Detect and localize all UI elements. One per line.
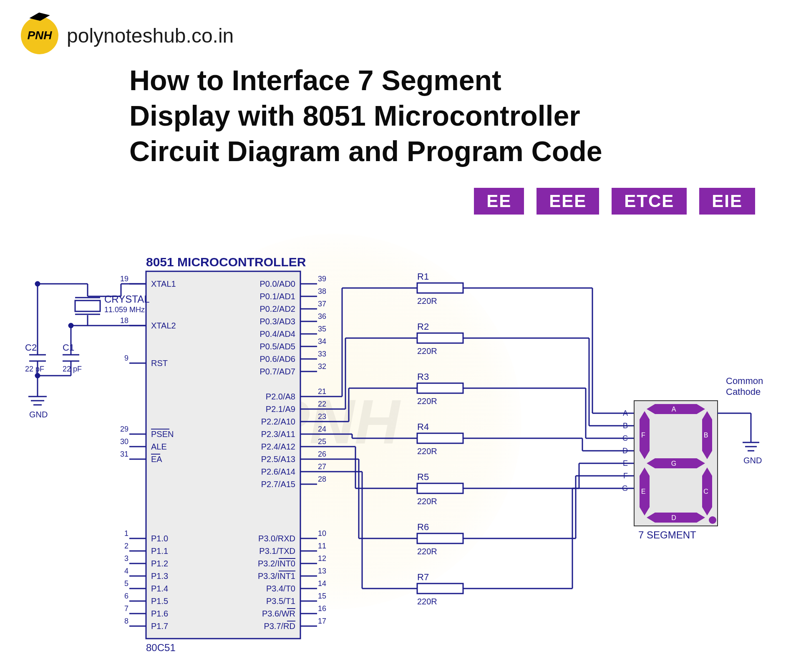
- svg-text:P2.5/A13: P2.5/A13: [261, 455, 295, 464]
- svg-rect-204: [417, 584, 463, 594]
- svg-text:A: A: [672, 406, 676, 413]
- svg-text:F: F: [623, 472, 628, 480]
- svg-text:G: G: [671, 460, 676, 467]
- svg-text:36: 36: [318, 312, 326, 321]
- svg-rect-150: [417, 283, 463, 293]
- cap-icon: [29, 11, 50, 23]
- svg-text:22: 22: [318, 400, 326, 408]
- svg-text:5: 5: [124, 579, 128, 588]
- svg-text:EA: EA: [151, 455, 162, 464]
- mcu-part: 80C51: [146, 642, 176, 653]
- svg-text:F: F: [641, 432, 645, 439]
- cathode-gnd: [718, 413, 759, 451]
- site-url: polynoteshub.co.in: [67, 24, 234, 47]
- svg-text:C: C: [622, 434, 628, 442]
- gnd-right: GND: [743, 456, 762, 465]
- title-line-1: How to Interface 7 Segment: [129, 63, 755, 98]
- svg-text:16: 16: [318, 604, 326, 613]
- svg-text:9: 9: [124, 354, 128, 362]
- svg-text:11: 11: [318, 542, 326, 550]
- svg-text:P3.0/RXD: P3.0/RXD: [258, 534, 295, 543]
- tag-etce: ETCE: [612, 188, 687, 215]
- svg-text:220R: 220R: [417, 346, 437, 356]
- svg-rect-123: [75, 301, 100, 311]
- circuit-diagram: 8051 MICROCONTROLLER 80C51 19XTAL118XTAL…: [17, 246, 784, 664]
- svg-text:13: 13: [318, 567, 326, 575]
- svg-text:12: 12: [318, 554, 326, 563]
- svg-text:10: 10: [318, 529, 326, 538]
- c2-value: 22 pF: [25, 365, 44, 373]
- title-line-2: Display with 8051 Microcontroller: [129, 98, 755, 134]
- svg-text:P3.5/T1: P3.5/T1: [266, 596, 295, 606]
- page-title: How to Interface 7 Segment Display with …: [129, 63, 755, 169]
- svg-text:6: 6: [124, 592, 128, 600]
- svg-text:33: 33: [318, 350, 326, 358]
- svg-text:27: 27: [318, 462, 326, 471]
- svg-text:P0.7/AD7: P0.7/AD7: [259, 367, 295, 376]
- category-tags: EE EEE ETCE EIE: [474, 188, 755, 215]
- svg-text:220R: 220R: [417, 397, 437, 406]
- svg-rect-195: [417, 533, 463, 543]
- svg-text:C: C: [703, 488, 708, 495]
- mcu-title: 8051 MICROCONTROLLER: [146, 255, 306, 269]
- svg-text:ALE: ALE: [151, 442, 167, 451]
- tag-ee: EE: [474, 188, 524, 215]
- svg-rect-168: [417, 383, 463, 393]
- svg-text:XTAL2: XTAL2: [151, 321, 176, 330]
- svg-text:32: 32: [318, 362, 326, 371]
- svg-text:30: 30: [120, 437, 128, 446]
- svg-text:R1: R1: [417, 271, 429, 282]
- svg-text:3: 3: [124, 554, 128, 563]
- svg-text:P1.1: P1.1: [151, 546, 168, 556]
- svg-text:B: B: [704, 432, 708, 439]
- logo-text: PNH: [27, 29, 52, 42]
- svg-text:P0.4/AD4: P0.4/AD4: [259, 329, 295, 339]
- svg-text:15: 15: [318, 592, 326, 600]
- svg-text:R5: R5: [417, 472, 429, 482]
- title-line-3: Circuit Diagram and Program Code: [129, 134, 755, 169]
- svg-text:P1.6: P1.6: [151, 609, 168, 618]
- svg-point-146: [69, 323, 73, 328]
- svg-text:P0.6/AD6: P0.6/AD6: [259, 354, 295, 364]
- brand-header: PNH polynoteshub.co.in: [21, 17, 234, 54]
- svg-text:P0.5/AD5: P0.5/AD5: [259, 342, 295, 351]
- svg-text:8: 8: [124, 617, 128, 625]
- svg-text:P0.0/AD0: P0.0/AD0: [259, 279, 295, 288]
- svg-text:17: 17: [318, 617, 326, 625]
- svg-text:39: 39: [318, 275, 326, 283]
- common-cathode-1: Common: [726, 376, 763, 386]
- common-cathode-2: Cathode: [726, 387, 761, 397]
- crystal-freq: 11.059 MHz: [104, 306, 145, 314]
- svg-text:P1.4: P1.4: [151, 584, 168, 593]
- svg-text:18: 18: [120, 316, 128, 325]
- svg-text:P0.1/AD1: P0.1/AD1: [259, 292, 295, 301]
- svg-text:31: 31: [120, 450, 128, 458]
- tag-eie: EIE: [699, 188, 755, 215]
- svg-text:24: 24: [318, 425, 326, 433]
- svg-text:R4: R4: [417, 422, 429, 432]
- svg-text:E: E: [641, 488, 646, 495]
- svg-text:P3.3/INT1: P3.3/INT1: [258, 571, 295, 581]
- svg-text:P2.6/A14: P2.6/A14: [261, 467, 295, 476]
- svg-text:19: 19: [120, 275, 128, 283]
- svg-text:P2.4/A12: P2.4/A12: [261, 442, 295, 451]
- svg-text:P1.7: P1.7: [151, 621, 168, 631]
- svg-text:7: 7: [124, 604, 128, 613]
- svg-text:35: 35: [318, 325, 326, 333]
- svg-text:220R: 220R: [417, 547, 437, 556]
- svg-text:21: 21: [318, 387, 326, 396]
- svg-text:2: 2: [124, 542, 128, 550]
- seven-segment: A B C D E F G 7 SEGMENT: [634, 401, 718, 541]
- svg-text:XTAL1: XTAL1: [151, 279, 176, 288]
- svg-text:34: 34: [318, 337, 326, 346]
- svg-text:P2.0/A8: P2.0/A8: [266, 392, 295, 401]
- svg-text:P0.2/AD2: P0.2/AD2: [259, 304, 295, 313]
- svg-text:PSEN: PSEN: [151, 429, 174, 439]
- svg-text:220R: 220R: [417, 597, 437, 606]
- svg-rect-177: [417, 433, 463, 443]
- svg-text:P2.1/A9: P2.1/A9: [266, 404, 295, 414]
- svg-text:37: 37: [318, 300, 326, 308]
- svg-text:P2.2/A10: P2.2/A10: [261, 417, 295, 426]
- svg-text:B: B: [623, 422, 628, 430]
- logo-badge: PNH: [21, 17, 58, 54]
